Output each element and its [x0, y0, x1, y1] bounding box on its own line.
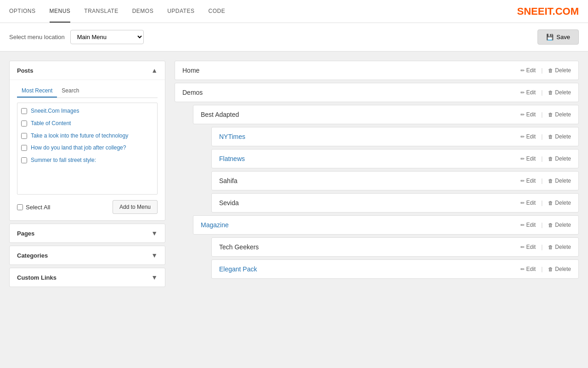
trash-icon: 🗑: [548, 134, 553, 139]
select-all-checkbox[interactable]: [17, 204, 23, 210]
select-menu-label: Select menu location: [9, 34, 65, 40]
menu-item-name: Sevida: [219, 199, 239, 207]
menu-location-select[interactable]: Main MenuFooter MenuSide Menu: [70, 30, 144, 44]
delete-button[interactable]: 🗑 Delete: [548, 111, 571, 118]
edit-button[interactable]: ✏ Edit: [520, 111, 536, 118]
delete-label: Delete: [555, 155, 571, 162]
menu-item-name: Sahifa: [219, 177, 237, 184]
list-item: Summer to fall street style:: [17, 154, 157, 167]
trash-icon: 🗑: [548, 178, 553, 184]
edit-button[interactable]: ✏ Edit: [520, 67, 536, 74]
delete-button[interactable]: 🗑 Delete: [548, 89, 571, 96]
categories-panel-title: Categories: [17, 252, 48, 259]
tab-search[interactable]: Search: [57, 85, 84, 98]
delete-label: Delete: [555, 222, 571, 228]
top-nav: OPTIONSMENUSTRANSLATEDEMOSUPDATESCODE SN…: [0, 0, 588, 23]
menu-item-actions: ✏ Edit | 🗑 Delete: [520, 266, 571, 272]
menu-item-name: Best Adapted: [201, 111, 239, 118]
main-content: Posts ▲ Most Recent Search Sneeit.Com Im…: [0, 52, 588, 368]
delete-button[interactable]: 🗑 Delete: [548, 178, 571, 184]
edit-button[interactable]: ✏ Edit: [520, 266, 536, 272]
delete-button[interactable]: 🗑 Delete: [548, 266, 571, 272]
delete-button[interactable]: 🗑 Delete: [548, 155, 571, 162]
post-label-3[interactable]: How do you land that job after college?: [31, 144, 126, 152]
menu-item-name: Magazine: [201, 221, 229, 229]
action-separator: |: [541, 266, 543, 272]
pages-panel-title: Pages: [17, 230, 34, 237]
trash-icon: 🗑: [548, 266, 553, 272]
edit-button[interactable]: ✏ Edit: [520, 244, 536, 250]
menu-item-name: Demos: [182, 89, 203, 96]
edit-label: Edit: [526, 178, 536, 184]
pencil-icon: ✏: [520, 156, 525, 162]
nav-item-updates[interactable]: UPDATES: [167, 0, 194, 23]
menu-item-actions: ✏ Edit | 🗑 Delete: [520, 155, 571, 162]
post-label-1[interactable]: Table of Content: [31, 120, 71, 127]
posts-tabs: Most Recent Search: [17, 85, 158, 98]
delete-button[interactable]: 🗑 Delete: [548, 200, 571, 206]
edit-button[interactable]: ✏ Edit: [520, 155, 536, 162]
add-to-menu-button[interactable]: Add to Menu: [113, 200, 158, 214]
table-row: Home ✏ Edit | 🗑 Delete: [175, 61, 579, 80]
custom-links-panel-header[interactable]: Custom Links ▼: [10, 268, 165, 287]
edit-label: Edit: [526, 89, 536, 96]
pencil-icon: ✏: [520, 178, 525, 184]
menu-item-actions: ✏ Edit | 🗑 Delete: [520, 89, 571, 96]
edit-label: Edit: [526, 111, 536, 118]
edit-label: Edit: [526, 244, 536, 250]
edit-label: Edit: [526, 133, 536, 140]
table-row: Flatnews ✏ Edit | 🗑 Delete: [211, 149, 579, 168]
trash-icon: 🗑: [548, 200, 553, 206]
menu-item-actions: ✏ Edit | 🗑 Delete: [520, 178, 571, 184]
edit-button[interactable]: ✏ Edit: [520, 200, 536, 206]
edit-button[interactable]: ✏ Edit: [520, 89, 536, 96]
posts-list-container: Sneeit.Com Images Table of Content Take …: [17, 103, 158, 195]
edit-label: Edit: [526, 67, 536, 74]
action-separator: |: [541, 155, 543, 162]
nav-item-code[interactable]: CODE: [208, 0, 225, 23]
delete-button[interactable]: 🗑 Delete: [548, 67, 571, 74]
delete-label: Delete: [555, 244, 571, 250]
edit-label: Edit: [526, 155, 536, 162]
categories-panel-header[interactable]: Categories ▼: [10, 246, 165, 264]
post-label-2[interactable]: Take a look into the future of technolog…: [31, 132, 128, 140]
menu-item-name: Flatnews: [219, 155, 245, 162]
action-separator: |: [541, 178, 543, 184]
nav-item-options[interactable]: OPTIONS: [9, 0, 36, 23]
tab-most-recent[interactable]: Most Recent: [17, 85, 57, 98]
post-checkbox-1[interactable]: [21, 121, 27, 126]
post-label-4[interactable]: Summer to fall street style:: [31, 156, 96, 164]
right-panel: Home ✏ Edit | 🗑 Delete Demos ✏ Edit | 🗑 …: [175, 61, 579, 360]
pencil-icon: ✏: [520, 222, 525, 228]
edit-button[interactable]: ✏ Edit: [520, 133, 536, 140]
trash-icon: 🗑: [548, 244, 553, 250]
custom-links-panel: Custom Links ▼: [9, 268, 165, 287]
select-all-label[interactable]: Select All: [26, 204, 50, 211]
save-button[interactable]: 💾 Save: [537, 29, 579, 45]
menu-item-actions: ✏ Edit | 🗑 Delete: [520, 67, 571, 74]
post-checkbox-4[interactable]: [21, 157, 27, 163]
delete-label: Delete: [555, 133, 571, 140]
action-separator: |: [541, 222, 543, 228]
edit-button[interactable]: ✏ Edit: [520, 178, 536, 184]
posts-panel-header[interactable]: Posts ▲: [10, 61, 165, 80]
table-row: Sevida ✏ Edit | 🗑 Delete: [211, 193, 579, 213]
action-separator: |: [541, 200, 543, 206]
pencil-icon: ✏: [520, 68, 525, 74]
delete-button[interactable]: 🗑 Delete: [548, 244, 571, 250]
pages-panel-header[interactable]: Pages ▼: [10, 224, 165, 242]
delete-label: Delete: [555, 178, 571, 184]
menu-item-actions: ✏ Edit | 🗑 Delete: [520, 133, 571, 140]
edit-button[interactable]: ✏ Edit: [520, 222, 536, 228]
post-checkbox-0[interactable]: [21, 108, 27, 114]
nav-item-menus[interactable]: MENUS: [50, 0, 71, 23]
delete-button[interactable]: 🗑 Delete: [548, 133, 571, 140]
post-checkbox-3[interactable]: [21, 145, 27, 151]
post-label-0[interactable]: Sneeit.Com Images: [31, 107, 79, 115]
delete-button[interactable]: 🗑 Delete: [548, 222, 571, 228]
nav-item-translate[interactable]: TRANSLATE: [84, 0, 118, 23]
nav-item-demos[interactable]: DEMOS: [132, 0, 154, 23]
post-checkbox-2[interactable]: [21, 133, 27, 139]
pencil-icon: ✏: [520, 112, 525, 118]
table-row: Magazine ✏ Edit | 🗑 Delete: [193, 215, 579, 235]
